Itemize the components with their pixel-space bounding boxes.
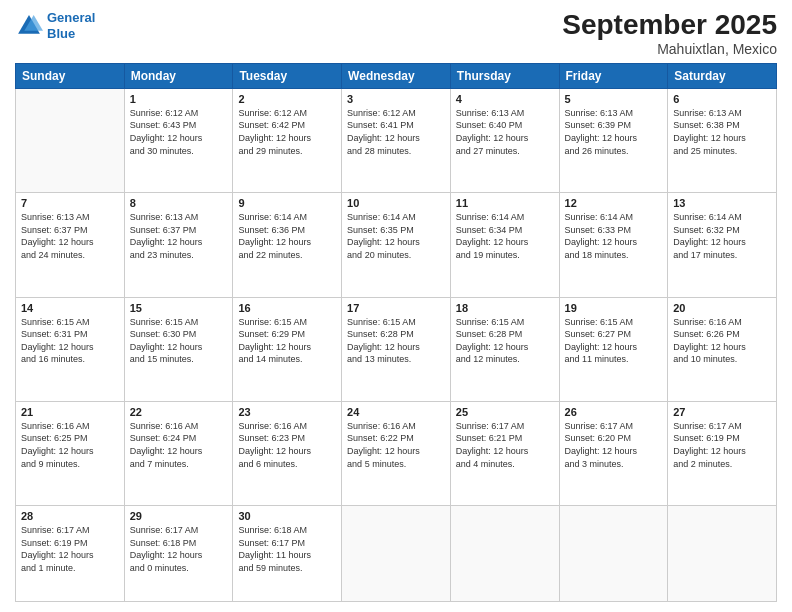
cell-info: Sunrise: 6:13 AM Sunset: 6:40 PM Dayligh… [456,107,554,157]
day-number: 12 [565,197,663,209]
logo: General Blue [15,10,95,41]
table-cell: 9Sunrise: 6:14 AM Sunset: 6:36 PM Daylig… [233,193,342,297]
logo-icon [15,12,43,40]
table-cell: 14Sunrise: 6:15 AM Sunset: 6:31 PM Dayli… [16,297,125,401]
cell-info: Sunrise: 6:16 AM Sunset: 6:24 PM Dayligh… [130,420,228,470]
day-number: 27 [673,406,771,418]
cell-info: Sunrise: 6:18 AM Sunset: 6:17 PM Dayligh… [238,524,336,574]
table-cell: 28Sunrise: 6:17 AM Sunset: 6:19 PM Dayli… [16,506,125,602]
day-number: 22 [130,406,228,418]
table-cell: 3Sunrise: 6:12 AM Sunset: 6:41 PM Daylig… [342,88,451,192]
day-number: 14 [21,302,119,314]
col-saturday: Saturday [668,63,777,88]
col-monday: Monday [124,63,233,88]
day-number: 4 [456,93,554,105]
table-cell [450,506,559,602]
day-number: 10 [347,197,445,209]
cell-info: Sunrise: 6:14 AM Sunset: 6:32 PM Dayligh… [673,211,771,261]
cell-info: Sunrise: 6:16 AM Sunset: 6:22 PM Dayligh… [347,420,445,470]
header: General Blue September 2025 Mahuixtlan, … [15,10,777,57]
col-thursday: Thursday [450,63,559,88]
day-number: 5 [565,93,663,105]
location: Mahuixtlan, Mexico [562,41,777,57]
table-cell: 2Sunrise: 6:12 AM Sunset: 6:42 PM Daylig… [233,88,342,192]
table-cell [668,506,777,602]
cell-info: Sunrise: 6:17 AM Sunset: 6:18 PM Dayligh… [130,524,228,574]
day-number: 6 [673,93,771,105]
cell-info: Sunrise: 6:15 AM Sunset: 6:29 PM Dayligh… [238,316,336,366]
cell-info: Sunrise: 6:15 AM Sunset: 6:27 PM Dayligh… [565,316,663,366]
day-number: 1 [130,93,228,105]
table-cell: 21Sunrise: 6:16 AM Sunset: 6:25 PM Dayli… [16,401,125,505]
cell-info: Sunrise: 6:17 AM Sunset: 6:19 PM Dayligh… [673,420,771,470]
day-number: 17 [347,302,445,314]
day-number: 25 [456,406,554,418]
cell-info: Sunrise: 6:13 AM Sunset: 6:37 PM Dayligh… [21,211,119,261]
table-cell: 6Sunrise: 6:13 AM Sunset: 6:38 PM Daylig… [668,88,777,192]
cell-info: Sunrise: 6:12 AM Sunset: 6:42 PM Dayligh… [238,107,336,157]
day-number: 15 [130,302,228,314]
col-sunday: Sunday [16,63,125,88]
col-friday: Friday [559,63,668,88]
table-cell: 30Sunrise: 6:18 AM Sunset: 6:17 PM Dayli… [233,506,342,602]
table-cell: 13Sunrise: 6:14 AM Sunset: 6:32 PM Dayli… [668,193,777,297]
day-number: 2 [238,93,336,105]
table-cell: 1Sunrise: 6:12 AM Sunset: 6:43 PM Daylig… [124,88,233,192]
day-number: 3 [347,93,445,105]
day-number: 30 [238,510,336,522]
table-cell: 15Sunrise: 6:15 AM Sunset: 6:30 PM Dayli… [124,297,233,401]
cell-info: Sunrise: 6:13 AM Sunset: 6:37 PM Dayligh… [130,211,228,261]
table-cell: 4Sunrise: 6:13 AM Sunset: 6:40 PM Daylig… [450,88,559,192]
day-number: 19 [565,302,663,314]
logo-line2: Blue [47,26,75,41]
table-cell: 18Sunrise: 6:15 AM Sunset: 6:28 PM Dayli… [450,297,559,401]
table-cell: 17Sunrise: 6:15 AM Sunset: 6:28 PM Dayli… [342,297,451,401]
month-title: September 2025 [562,10,777,41]
table-cell: 20Sunrise: 6:16 AM Sunset: 6:26 PM Dayli… [668,297,777,401]
cell-info: Sunrise: 6:15 AM Sunset: 6:28 PM Dayligh… [456,316,554,366]
cell-info: Sunrise: 6:14 AM Sunset: 6:34 PM Dayligh… [456,211,554,261]
table-cell: 25Sunrise: 6:17 AM Sunset: 6:21 PM Dayli… [450,401,559,505]
cell-info: Sunrise: 6:14 AM Sunset: 6:35 PM Dayligh… [347,211,445,261]
table-cell: 24Sunrise: 6:16 AM Sunset: 6:22 PM Dayli… [342,401,451,505]
table-cell: 29Sunrise: 6:17 AM Sunset: 6:18 PM Dayli… [124,506,233,602]
cell-info: Sunrise: 6:15 AM Sunset: 6:30 PM Dayligh… [130,316,228,366]
day-number: 26 [565,406,663,418]
day-number: 13 [673,197,771,209]
table-cell: 12Sunrise: 6:14 AM Sunset: 6:33 PM Dayli… [559,193,668,297]
table-cell: 27Sunrise: 6:17 AM Sunset: 6:19 PM Dayli… [668,401,777,505]
table-cell [16,88,125,192]
day-number: 8 [130,197,228,209]
logo-text: General Blue [47,10,95,41]
cell-info: Sunrise: 6:14 AM Sunset: 6:36 PM Dayligh… [238,211,336,261]
page: General Blue September 2025 Mahuixtlan, … [0,0,792,612]
table-cell: 5Sunrise: 6:13 AM Sunset: 6:39 PM Daylig… [559,88,668,192]
day-number: 23 [238,406,336,418]
table-cell [342,506,451,602]
day-number: 24 [347,406,445,418]
table-cell: 22Sunrise: 6:16 AM Sunset: 6:24 PM Dayli… [124,401,233,505]
table-cell: 26Sunrise: 6:17 AM Sunset: 6:20 PM Dayli… [559,401,668,505]
day-number: 11 [456,197,554,209]
cell-info: Sunrise: 6:13 AM Sunset: 6:39 PM Dayligh… [565,107,663,157]
col-tuesday: Tuesday [233,63,342,88]
calendar-table: Sunday Monday Tuesday Wednesday Thursday… [15,63,777,602]
day-number: 29 [130,510,228,522]
day-number: 9 [238,197,336,209]
cell-info: Sunrise: 6:15 AM Sunset: 6:28 PM Dayligh… [347,316,445,366]
day-number: 18 [456,302,554,314]
table-cell: 16Sunrise: 6:15 AM Sunset: 6:29 PM Dayli… [233,297,342,401]
day-number: 21 [21,406,119,418]
table-cell: 7Sunrise: 6:13 AM Sunset: 6:37 PM Daylig… [16,193,125,297]
cell-info: Sunrise: 6:14 AM Sunset: 6:33 PM Dayligh… [565,211,663,261]
cell-info: Sunrise: 6:17 AM Sunset: 6:19 PM Dayligh… [21,524,119,574]
cell-info: Sunrise: 6:15 AM Sunset: 6:31 PM Dayligh… [21,316,119,366]
table-cell [559,506,668,602]
day-number: 20 [673,302,771,314]
day-number: 28 [21,510,119,522]
title-block: September 2025 Mahuixtlan, Mexico [562,10,777,57]
table-cell: 11Sunrise: 6:14 AM Sunset: 6:34 PM Dayli… [450,193,559,297]
calendar-header-row: Sunday Monday Tuesday Wednesday Thursday… [16,63,777,88]
col-wednesday: Wednesday [342,63,451,88]
cell-info: Sunrise: 6:16 AM Sunset: 6:26 PM Dayligh… [673,316,771,366]
